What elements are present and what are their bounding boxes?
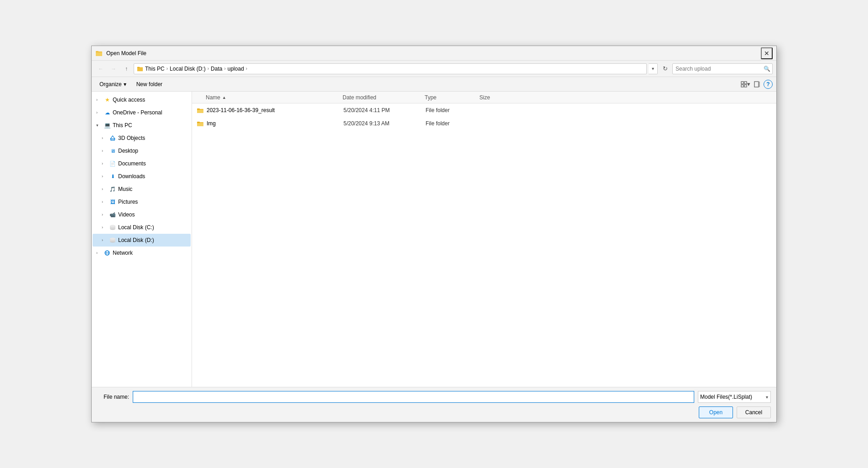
filetype-wrapper: Model Files(*.LiSplat) All Files (*.*) [698, 391, 771, 403]
navbar: ← → ↑ This PC › Local Disk (D:) › Data ›… [92, 61, 776, 77]
pictures-icon: 🖼 [109, 198, 116, 206]
search-input[interactable] [673, 66, 761, 72]
sidebar-item-local-d[interactable]: › Local Disk (D:) [93, 234, 191, 247]
svg-rect-7 [741, 85, 743, 87]
filename-label: File name: [97, 394, 129, 400]
up-button[interactable]: ↑ [121, 63, 132, 74]
file-name-img: Img [207, 120, 343, 127]
folder-icon-img [197, 120, 204, 127]
onedrive-arrow: › [96, 110, 102, 115]
this-pc-icon: 💻 [104, 122, 111, 129]
sidebar-item-videos[interactable]: › 📹 Videos [93, 208, 191, 221]
open-button[interactable]: Open [699, 406, 733, 418]
svg-rect-5 [741, 82, 743, 84]
file-row-img[interactable]: Img 5/20/2024 9:13 AM File folder [193, 117, 775, 130]
folder-icon [137, 66, 143, 72]
breadcrumb-locald[interactable]: Local Disk (D:) [170, 66, 206, 72]
sidebar-item-downloads[interactable]: › ⬇ Downloads [93, 170, 191, 183]
desktop-arrow: › [102, 149, 107, 153]
sidebar-item-local-c[interactable]: › Local Disk (C:) [93, 221, 191, 234]
svg-rect-1 [96, 52, 102, 56]
svg-rect-8 [744, 85, 747, 87]
filetype-select[interactable]: Model Files(*.LiSplat) All Files (*.*) [698, 391, 771, 403]
file-type-result: File folder [426, 107, 480, 113]
file-list-body: 2023-11-06-16-36-39_result 5/20/2024 4:1… [192, 103, 776, 387]
music-icon: 🎵 [109, 185, 116, 193]
back-button[interactable]: ← [95, 63, 106, 74]
preview-button[interactable] [752, 79, 763, 90]
sidebar-item-music[interactable]: › 🎵 Music [93, 183, 191, 195]
sidebar-item-this-pc[interactable]: ▾ 💻 This PC [93, 119, 191, 132]
refresh-button[interactable]: ↻ [660, 63, 670, 74]
titlebar-left: Open Model File [95, 50, 146, 57]
action-row: Open Cancel [97, 406, 771, 418]
sidebar-label-downloads: Downloads [118, 173, 187, 180]
file-name-result: 2023-11-06-16-36-39_result [207, 107, 343, 113]
svg-rect-6 [744, 82, 747, 84]
breadcrumb-dropdown[interactable]: ▾ [649, 63, 658, 74]
svg-rect-9 [754, 82, 759, 87]
sidebar-item-pictures[interactable]: › 🖼 Pictures [93, 195, 191, 208]
view-button[interactable]: ▾ [740, 79, 751, 90]
window-title: Open Model File [106, 50, 146, 57]
svg-rect-4 [137, 67, 140, 68]
column-date-modified[interactable]: Date modified [343, 94, 425, 101]
file-list: Name ▲ Date modified Type Size [192, 92, 776, 387]
column-name[interactable]: Name ▲ [206, 94, 343, 101]
forward-button[interactable]: → [108, 63, 119, 74]
file-date-img: 5/20/2024 9:13 AM [343, 120, 426, 127]
open-file-dialog: Open Model File ✕ ← → ↑ This PC › Local … [91, 46, 777, 422]
3d-objects-arrow: › [102, 136, 107, 140]
svg-rect-26 [197, 123, 203, 126]
sidebar-item-3d-objects[interactable]: › 3D Objects [93, 132, 191, 144]
sidebar-label-local-c: Local Disk (C:) [118, 224, 187, 231]
quick-access-icon: ★ [104, 96, 111, 103]
sidebar-label-documents: Documents [118, 160, 187, 167]
breadcrumb-thispc[interactable]: This PC [145, 66, 165, 72]
file-row-result[interactable]: 2023-11-06-16-36-39_result 5/20/2024 4:1… [193, 104, 775, 117]
new-folder-label: New folder [136, 81, 162, 87]
onedrive-icon: ☁ [104, 109, 111, 116]
preview-icon [754, 81, 760, 87]
sidebar-item-documents[interactable]: › 📄 Documents [93, 157, 191, 170]
sidebar-label-quick-access: Quick access [113, 97, 187, 103]
folder-icon-result [197, 107, 204, 114]
svg-rect-27 [197, 122, 200, 123]
main-content: › ★ Quick access › ☁ OneDrive - Personal… [92, 92, 776, 387]
svg-rect-2 [96, 51, 99, 52]
this-pc-arrow: ▾ [96, 123, 102, 128]
organize-button[interactable]: Organize ▾ [95, 79, 130, 90]
svg-point-18 [110, 238, 115, 240]
column-size[interactable]: Size [479, 94, 525, 101]
local-d-icon [109, 237, 116, 244]
column-type[interactable]: Type [425, 94, 479, 101]
close-button[interactable]: ✕ [761, 47, 773, 59]
search-icon[interactable]: 🔍 [761, 64, 772, 74]
pictures-arrow: › [102, 200, 107, 204]
sidebar-label-music: Music [118, 186, 187, 192]
documents-arrow: › [102, 161, 107, 166]
sidebar-item-quick-access[interactable]: › ★ Quick access [93, 93, 191, 106]
new-folder-button[interactable]: New folder [132, 79, 166, 90]
toolbar-right: ▾ ? [740, 79, 773, 90]
filename-input[interactable] [133, 391, 694, 403]
sidebar-label-3d-objects: 3D Objects [118, 135, 187, 141]
sidebar-item-desktop[interactable]: › 🖥 Desktop [93, 144, 191, 157]
sidebar-label-network: Network [113, 250, 187, 256]
videos-arrow: › [102, 212, 107, 217]
organize-arrow: ▾ [124, 81, 126, 87]
breadcrumb-data[interactable]: Data [211, 66, 222, 72]
sidebar-label-local-d: Local Disk (D:) [118, 237, 187, 243]
local-c-arrow: › [102, 225, 107, 230]
sidebar-item-network[interactable]: › Network [93, 247, 191, 259]
sidebar-label-pictures: Pictures [118, 199, 187, 205]
search-box: 🔍 [672, 63, 773, 74]
downloads-icon: ⬇ [109, 173, 116, 180]
cancel-button[interactable]: Cancel [737, 406, 771, 418]
sidebar-item-onedrive[interactable]: › ☁ OneDrive - Personal [93, 106, 191, 119]
sidebar-label-desktop: Desktop [118, 148, 187, 154]
view-icon [741, 81, 747, 87]
help-button[interactable]: ? [764, 80, 773, 89]
filename-row: File name: Model Files(*.LiSplat) All Fi… [97, 391, 771, 403]
breadcrumb-upload[interactable]: upload [228, 66, 244, 72]
